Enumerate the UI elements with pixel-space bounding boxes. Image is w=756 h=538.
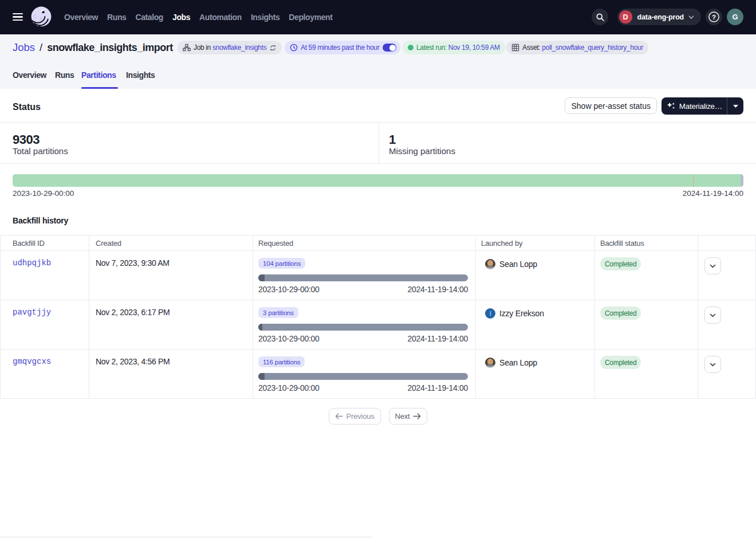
svg-text:?: ? — [712, 14, 716, 21]
